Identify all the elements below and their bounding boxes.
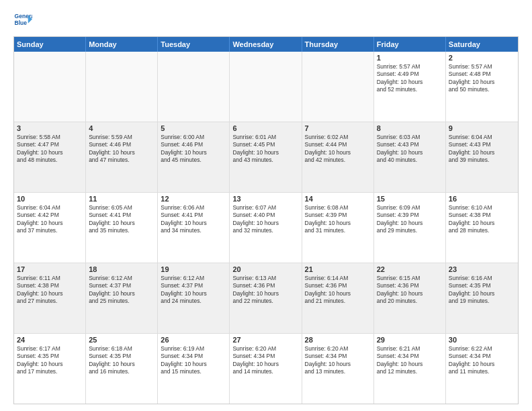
day-number: 29 — [377, 336, 443, 344]
logo: General Blue — [13, 11, 32, 30]
day-info: Sunrise: 6:22 AM Sunset: 4:34 PM Dayligh… — [449, 345, 515, 376]
day-cell-26: 26Sunrise: 6:19 AM Sunset: 4:34 PM Dayli… — [158, 334, 230, 404]
empty-cell — [302, 52, 374, 122]
day-info: Sunrise: 6:17 AM Sunset: 4:35 PM Dayligh… — [17, 345, 83, 376]
day-info: Sunrise: 6:06 AM Sunset: 4:41 PM Dayligh… — [161, 204, 226, 235]
day-info: Sunrise: 6:00 AM Sunset: 4:46 PM Dayligh… — [161, 134, 226, 165]
day-info: Sunrise: 6:04 AM Sunset: 4:43 PM Dayligh… — [449, 134, 515, 165]
day-number: 28 — [305, 336, 371, 344]
day-info: Sunrise: 6:01 AM Sunset: 4:45 PM Dayligh… — [232, 134, 298, 165]
day-number: 17 — [17, 265, 83, 273]
day-info: Sunrise: 6:14 AM Sunset: 4:36 PM Dayligh… — [305, 275, 371, 306]
day-number: 12 — [161, 195, 226, 203]
svg-text:Blue: Blue — [15, 19, 28, 26]
header-day-tuesday: Tuesday — [158, 37, 230, 52]
day-number: 20 — [232, 265, 298, 273]
day-cell-25: 25Sunrise: 6:18 AM Sunset: 4:35 PM Dayli… — [86, 334, 158, 404]
header-day-friday: Friday — [374, 37, 446, 52]
day-number: 23 — [449, 265, 515, 273]
day-number: 2 — [449, 54, 515, 62]
day-cell-29: 29Sunrise: 6:21 AM Sunset: 4:34 PM Dayli… — [374, 334, 446, 404]
day-cell-27: 27Sunrise: 6:20 AM Sunset: 4:34 PM Dayli… — [230, 334, 302, 404]
calendar-row: 1Sunrise: 5:57 AM Sunset: 4:49 PM Daylig… — [14, 52, 518, 122]
day-cell-5: 5Sunrise: 6:00 AM Sunset: 4:46 PM Daylig… — [158, 122, 230, 192]
day-info: Sunrise: 6:11 AM Sunset: 4:38 PM Dayligh… — [17, 275, 83, 306]
header-day-sunday: Sunday — [14, 37, 86, 52]
day-cell-21: 21Sunrise: 6:14 AM Sunset: 4:36 PM Dayli… — [302, 263, 374, 333]
day-info: Sunrise: 5:57 AM Sunset: 4:49 PM Dayligh… — [377, 63, 443, 94]
day-cell-12: 12Sunrise: 6:06 AM Sunset: 4:41 PM Dayli… — [158, 193, 230, 263]
day-cell-20: 20Sunrise: 6:13 AM Sunset: 4:36 PM Dayli… — [230, 263, 302, 333]
day-number: 26 — [161, 336, 226, 344]
header-day-wednesday: Wednesday — [230, 37, 302, 52]
day-info: Sunrise: 6:21 AM Sunset: 4:34 PM Dayligh… — [377, 345, 443, 376]
day-info: Sunrise: 6:16 AM Sunset: 4:35 PM Dayligh… — [449, 275, 515, 306]
day-number: 30 — [449, 336, 515, 344]
day-info: Sunrise: 6:05 AM Sunset: 4:41 PM Dayligh… — [89, 204, 154, 235]
day-cell-8: 8Sunrise: 6:03 AM Sunset: 4:43 PM Daylig… — [374, 122, 446, 192]
day-number: 24 — [17, 336, 83, 344]
day-info: Sunrise: 5:59 AM Sunset: 4:46 PM Dayligh… — [89, 134, 154, 165]
day-number: 11 — [89, 195, 154, 203]
header-day-saturday: Saturday — [446, 37, 518, 52]
empty-cell — [230, 52, 302, 122]
day-info: Sunrise: 6:18 AM Sunset: 4:35 PM Dayligh… — [89, 345, 154, 376]
calendar-row: 17Sunrise: 6:11 AM Sunset: 4:38 PM Dayli… — [14, 263, 518, 334]
day-info: Sunrise: 6:10 AM Sunset: 4:38 PM Dayligh… — [449, 204, 515, 235]
day-number: 4 — [89, 124, 154, 132]
day-number: 27 — [232, 336, 298, 344]
day-cell-10: 10Sunrise: 6:04 AM Sunset: 4:42 PM Dayli… — [14, 193, 86, 263]
day-cell-17: 17Sunrise: 6:11 AM Sunset: 4:38 PM Dayli… — [14, 263, 86, 333]
day-number: 5 — [161, 124, 226, 132]
empty-cell — [14, 52, 86, 122]
day-info: Sunrise: 6:08 AM Sunset: 4:39 PM Dayligh… — [305, 204, 371, 235]
day-cell-23: 23Sunrise: 6:16 AM Sunset: 4:35 PM Dayli… — [446, 263, 518, 333]
day-number: 10 — [17, 195, 83, 203]
day-number: 18 — [89, 265, 154, 273]
page-header: General Blue — [13, 11, 519, 30]
calendar-row: 24Sunrise: 6:17 AM Sunset: 4:35 PM Dayli… — [14, 334, 518, 404]
day-cell-2: 2Sunrise: 5:57 AM Sunset: 4:48 PM Daylig… — [446, 52, 518, 122]
day-info: Sunrise: 6:02 AM Sunset: 4:44 PM Dayligh… — [305, 134, 371, 165]
day-info: Sunrise: 6:04 AM Sunset: 4:42 PM Dayligh… — [17, 204, 83, 235]
day-cell-11: 11Sunrise: 6:05 AM Sunset: 4:41 PM Dayli… — [86, 193, 158, 263]
day-cell-24: 24Sunrise: 6:17 AM Sunset: 4:35 PM Dayli… — [14, 334, 86, 404]
header-day-thursday: Thursday — [302, 37, 374, 52]
day-number: 8 — [377, 124, 443, 132]
day-cell-1: 1Sunrise: 5:57 AM Sunset: 4:49 PM Daylig… — [374, 52, 446, 122]
header-day-monday: Monday — [86, 37, 158, 52]
day-cell-22: 22Sunrise: 6:15 AM Sunset: 4:36 PM Dayli… — [374, 263, 446, 333]
calendar-row: 10Sunrise: 6:04 AM Sunset: 4:42 PM Dayli… — [14, 193, 518, 263]
logo-icon: General Blue — [13, 11, 32, 30]
day-number: 25 — [89, 336, 154, 344]
day-number: 14 — [305, 195, 371, 203]
day-cell-30: 30Sunrise: 6:22 AM Sunset: 4:34 PM Dayli… — [446, 334, 518, 404]
day-cell-19: 19Sunrise: 6:12 AM Sunset: 4:37 PM Dayli… — [158, 263, 230, 333]
day-cell-4: 4Sunrise: 5:59 AM Sunset: 4:46 PM Daylig… — [86, 122, 158, 192]
day-number: 7 — [305, 124, 371, 132]
day-info: Sunrise: 6:03 AM Sunset: 4:43 PM Dayligh… — [377, 134, 443, 165]
day-cell-18: 18Sunrise: 6:12 AM Sunset: 4:37 PM Dayli… — [86, 263, 158, 333]
day-info: Sunrise: 5:57 AM Sunset: 4:48 PM Dayligh… — [449, 63, 515, 94]
day-cell-9: 9Sunrise: 6:04 AM Sunset: 4:43 PM Daylig… — [446, 122, 518, 192]
day-number: 3 — [17, 124, 83, 132]
day-cell-28: 28Sunrise: 6:20 AM Sunset: 4:34 PM Dayli… — [302, 334, 374, 404]
calendar-header: SundayMondayTuesdayWednesdayThursdayFrid… — [14, 37, 518, 52]
day-info: Sunrise: 6:07 AM Sunset: 4:40 PM Dayligh… — [232, 204, 298, 235]
day-cell-13: 13Sunrise: 6:07 AM Sunset: 4:40 PM Dayli… — [230, 193, 302, 263]
day-number: 1 — [377, 54, 443, 62]
day-info: Sunrise: 6:20 AM Sunset: 4:34 PM Dayligh… — [232, 345, 298, 376]
day-info: Sunrise: 6:19 AM Sunset: 4:34 PM Dayligh… — [161, 345, 226, 376]
day-number: 15 — [377, 195, 443, 203]
day-cell-7: 7Sunrise: 6:02 AM Sunset: 4:44 PM Daylig… — [302, 122, 374, 192]
day-info: Sunrise: 5:58 AM Sunset: 4:47 PM Dayligh… — [17, 134, 83, 165]
day-cell-6: 6Sunrise: 6:01 AM Sunset: 4:45 PM Daylig… — [230, 122, 302, 192]
calendar-row: 3Sunrise: 5:58 AM Sunset: 4:47 PM Daylig… — [14, 122, 518, 193]
day-info: Sunrise: 6:15 AM Sunset: 4:36 PM Dayligh… — [377, 275, 443, 306]
day-info: Sunrise: 6:20 AM Sunset: 4:34 PM Dayligh… — [305, 345, 371, 376]
day-info: Sunrise: 6:12 AM Sunset: 4:37 PM Dayligh… — [161, 275, 226, 306]
day-number: 22 — [377, 265, 443, 273]
empty-cell — [158, 52, 230, 122]
day-number: 9 — [449, 124, 515, 132]
day-number: 16 — [449, 195, 515, 203]
